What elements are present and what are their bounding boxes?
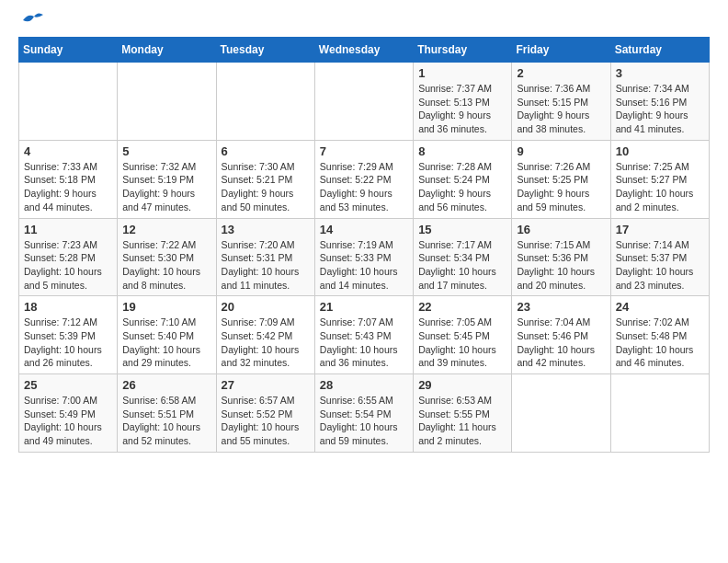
day-info: Sunrise: 7:37 AMSunset: 5:13 PMDaylight:… [418, 82, 506, 136]
day-number: 6 [222, 144, 310, 158]
day-info: Sunrise: 7:07 AMSunset: 5:43 PMDaylight:… [320, 316, 408, 370]
day-info: Sunrise: 7:10 AMSunset: 5:40 PMDaylight:… [122, 316, 210, 370]
calendar-cell: 6Sunrise: 7:30 AMSunset: 5:21 PMDaylight… [216, 140, 314, 218]
day-info: Sunrise: 7:30 AMSunset: 5:21 PMDaylight:… [222, 160, 310, 214]
day-info: Sunrise: 7:19 AMSunset: 5:33 PMDaylight:… [320, 238, 408, 293]
calendar-cell [314, 63, 413, 141]
day-number: 12 [122, 223, 210, 236]
calendar-header: SundayMondayTuesdayWednesdayThursdayFrid… [19, 38, 710, 63]
calendar-week-row: 4Sunrise: 7:33 AMSunset: 5:18 PMDaylight… [19, 140, 710, 218]
calendar-cell: 13Sunrise: 7:20 AMSunset: 5:31 PMDayligh… [216, 218, 314, 296]
calendar-cell: 25Sunrise: 7:00 AMSunset: 5:49 PMDayligh… [19, 374, 118, 453]
calendar-cell: 3Sunrise: 7:34 AMSunset: 5:16 PMDaylight… [610, 63, 709, 141]
day-number: 9 [517, 144, 605, 158]
day-number: 1 [418, 66, 506, 80]
calendar-cell: 4Sunrise: 7:33 AMSunset: 5:18 PMDaylight… [19, 140, 118, 218]
calendar-cell: 11Sunrise: 7:23 AMSunset: 5:28 PMDayligh… [19, 218, 118, 296]
day-of-week-header: Sunday [19, 38, 118, 63]
calendar-cell: 17Sunrise: 7:14 AMSunset: 5:37 PMDayligh… [610, 218, 709, 296]
day-number: 28 [320, 378, 408, 392]
day-info: Sunrise: 7:26 AMSunset: 5:25 PMDaylight:… [517, 160, 605, 214]
day-number: 10 [616, 144, 704, 158]
day-header-row: SundayMondayTuesdayWednesdayThursdayFrid… [19, 38, 710, 63]
logo-bird-icon [21, 11, 45, 28]
day-of-week-header: Monday [118, 38, 216, 63]
day-number: 25 [24, 378, 112, 392]
calendar-body: 1Sunrise: 7:37 AMSunset: 5:13 PMDaylight… [19, 63, 710, 453]
calendar-week-row: 1Sunrise: 7:37 AMSunset: 5:13 PMDaylight… [19, 63, 710, 141]
calendar-cell: 8Sunrise: 7:28 AMSunset: 5:24 PMDaylight… [414, 140, 512, 218]
calendar-cell [118, 63, 216, 141]
day-of-week-header: Saturday [610, 38, 709, 63]
calendar-cell: 19Sunrise: 7:10 AMSunset: 5:40 PMDayligh… [118, 296, 216, 374]
day-info: Sunrise: 7:20 AMSunset: 5:31 PMDaylight:… [222, 238, 310, 293]
day-info: Sunrise: 7:09 AMSunset: 5:42 PMDaylight:… [222, 316, 310, 370]
day-number: 20 [222, 300, 310, 314]
calendar-cell: 28Sunrise: 6:55 AMSunset: 5:54 PMDayligh… [314, 374, 413, 453]
day-info: Sunrise: 7:29 AMSunset: 5:22 PMDaylight:… [320, 160, 408, 214]
page-header [18, 18, 710, 28]
day-number: 3 [616, 66, 704, 80]
calendar-cell: 14Sunrise: 7:19 AMSunset: 5:33 PMDayligh… [314, 218, 413, 296]
calendar-week-row: 18Sunrise: 7:12 AMSunset: 5:39 PMDayligh… [19, 296, 710, 374]
day-number: 24 [616, 300, 704, 314]
day-of-week-header: Friday [512, 38, 610, 63]
day-number: 8 [418, 144, 506, 158]
day-info: Sunrise: 7:12 AMSunset: 5:39 PMDaylight:… [24, 316, 112, 370]
calendar-cell [19, 63, 118, 141]
calendar-cell [216, 63, 314, 141]
day-number: 7 [320, 144, 408, 158]
day-info: Sunrise: 7:23 AMSunset: 5:28 PMDaylight:… [24, 238, 112, 293]
day-number: 2 [517, 66, 605, 80]
day-info: Sunrise: 6:55 AMSunset: 5:54 PMDaylight:… [320, 394, 408, 448]
day-number: 17 [616, 223, 704, 236]
calendar-cell: 26Sunrise: 6:58 AMSunset: 5:51 PMDayligh… [118, 374, 216, 453]
day-of-week-header: Tuesday [216, 38, 314, 63]
calendar-cell: 22Sunrise: 7:05 AMSunset: 5:45 PMDayligh… [414, 296, 512, 374]
calendar-cell: 20Sunrise: 7:09 AMSunset: 5:42 PMDayligh… [216, 296, 314, 374]
day-number: 5 [122, 144, 210, 158]
day-info: Sunrise: 7:28 AMSunset: 5:24 PMDaylight:… [418, 160, 506, 214]
calendar-cell: 24Sunrise: 7:02 AMSunset: 5:48 PMDayligh… [610, 296, 709, 374]
day-info: Sunrise: 7:05 AMSunset: 5:45 PMDaylight:… [418, 316, 506, 370]
day-number: 15 [418, 223, 506, 236]
day-of-week-header: Wednesday [314, 38, 413, 63]
day-info: Sunrise: 6:58 AMSunset: 5:51 PMDaylight:… [122, 394, 210, 448]
day-of-week-header: Thursday [414, 38, 512, 63]
day-info: Sunrise: 6:57 AMSunset: 5:52 PMDaylight:… [222, 394, 310, 448]
day-number: 16 [517, 223, 605, 236]
day-number: 21 [320, 300, 408, 314]
calendar-cell: 21Sunrise: 7:07 AMSunset: 5:43 PMDayligh… [314, 296, 413, 374]
calendar-cell: 16Sunrise: 7:15 AMSunset: 5:36 PMDayligh… [512, 218, 610, 296]
calendar-cell: 5Sunrise: 7:32 AMSunset: 5:19 PMDaylight… [118, 140, 216, 218]
day-info: Sunrise: 7:17 AMSunset: 5:34 PMDaylight:… [418, 238, 506, 293]
day-number: 19 [122, 300, 210, 314]
calendar-cell: 15Sunrise: 7:17 AMSunset: 5:34 PMDayligh… [414, 218, 512, 296]
day-info: Sunrise: 7:32 AMSunset: 5:19 PMDaylight:… [122, 160, 210, 214]
day-info: Sunrise: 7:15 AMSunset: 5:36 PMDaylight:… [517, 238, 605, 293]
day-number: 26 [122, 378, 210, 392]
day-number: 27 [222, 378, 310, 392]
calendar-cell: 9Sunrise: 7:26 AMSunset: 5:25 PMDaylight… [512, 140, 610, 218]
calendar-cell [512, 374, 610, 453]
day-info: Sunrise: 7:22 AMSunset: 5:30 PMDaylight:… [122, 238, 210, 293]
day-number: 4 [24, 144, 112, 158]
day-info: Sunrise: 7:14 AMSunset: 5:37 PMDaylight:… [616, 238, 704, 293]
day-info: Sunrise: 7:02 AMSunset: 5:48 PMDaylight:… [616, 316, 704, 370]
calendar-cell: 2Sunrise: 7:36 AMSunset: 5:15 PMDaylight… [512, 63, 610, 141]
logo [18, 18, 45, 28]
day-number: 13 [222, 223, 310, 236]
calendar-table: SundayMondayTuesdayWednesdayThursdayFrid… [18, 37, 710, 453]
calendar-cell: 7Sunrise: 7:29 AMSunset: 5:22 PMDaylight… [314, 140, 413, 218]
day-info: Sunrise: 7:33 AMSunset: 5:18 PMDaylight:… [24, 160, 112, 214]
calendar-cell: 29Sunrise: 6:53 AMSunset: 5:55 PMDayligh… [414, 374, 512, 453]
day-info: Sunrise: 6:53 AMSunset: 5:55 PMDaylight:… [418, 394, 506, 448]
day-info: Sunrise: 7:00 AMSunset: 5:49 PMDaylight:… [24, 394, 112, 448]
day-number: 14 [320, 223, 408, 236]
calendar-cell: 10Sunrise: 7:25 AMSunset: 5:27 PMDayligh… [610, 140, 709, 218]
calendar-cell: 12Sunrise: 7:22 AMSunset: 5:30 PMDayligh… [118, 218, 216, 296]
calendar-cell: 23Sunrise: 7:04 AMSunset: 5:46 PMDayligh… [512, 296, 610, 374]
calendar-cell: 18Sunrise: 7:12 AMSunset: 5:39 PMDayligh… [19, 296, 118, 374]
calendar-week-row: 11Sunrise: 7:23 AMSunset: 5:28 PMDayligh… [19, 218, 710, 296]
day-number: 22 [418, 300, 506, 314]
